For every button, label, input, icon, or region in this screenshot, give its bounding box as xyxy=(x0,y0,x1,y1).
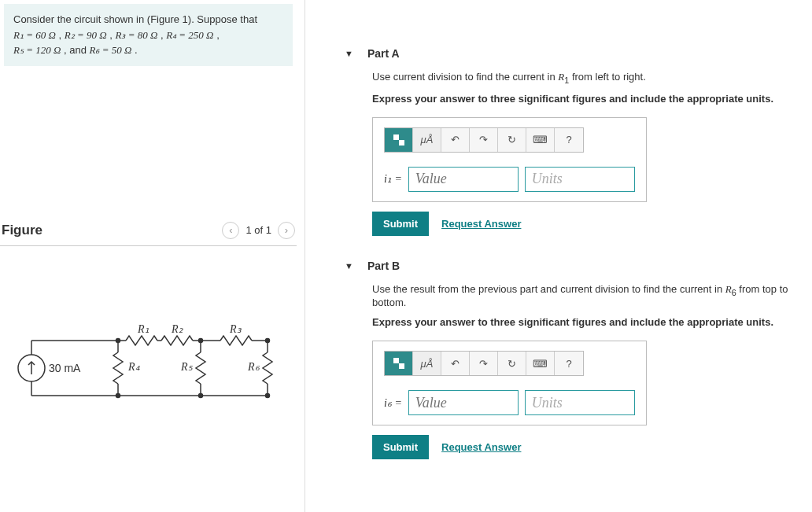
svg-point-16 xyxy=(199,338,203,342)
figure-header: Figure ‹ 1 of 1 › xyxy=(0,215,297,246)
part-b-units-input[interactable]: Units xyxy=(525,390,635,415)
right-panel: ▼ Part A Use current division to find th… xyxy=(305,0,812,512)
figure-heading: Figure xyxy=(2,223,42,238)
r5-value: R₅ = 120 Ω xyxy=(13,44,61,56)
part-a-submit-button[interactable]: Submit xyxy=(372,212,429,236)
label-r4: R₄ xyxy=(127,361,140,373)
pager-text: 1 of 1 xyxy=(245,224,271,236)
template-button[interactable] xyxy=(385,128,413,152)
part-a-answer-box: μÅ ↶ ↷ ↻ ⌨ ? i₁ = Units xyxy=(372,117,647,202)
part-b-answer-box: μÅ ↶ ↷ ↻ ⌨ ? i₆ = Units xyxy=(372,341,647,425)
help-button[interactable]: ? xyxy=(555,128,583,152)
label-r1: R₁ xyxy=(137,323,149,335)
part-a-collapse-icon[interactable]: ▼ xyxy=(345,49,353,58)
r6-value: R₆ = 50 Ω xyxy=(90,44,132,56)
part-b: ▼ Part B Use the result from the previou… xyxy=(345,260,812,460)
part-b-toolbar: μÅ ↶ ↷ ↻ ⌨ ? xyxy=(384,351,584,376)
help-button[interactable]: ? xyxy=(555,352,583,375)
label-r5: R₅ xyxy=(180,361,193,373)
part-a-variable: i₁ = xyxy=(384,172,402,186)
part-b-collapse-icon[interactable]: ▼ xyxy=(345,261,353,271)
part-a-prompt: Use current division to find the current… xyxy=(372,71,812,85)
prompt-intro: Consider the circuit shown in (Figure 1)… xyxy=(13,13,257,25)
label-r3: R₃ xyxy=(229,323,242,335)
part-a-instruction: Express your answer to three significant… xyxy=(372,93,812,105)
svg-point-19 xyxy=(199,393,203,397)
part-b-request-answer-link[interactable]: Request Answer xyxy=(441,441,521,453)
label-r2: R₂ xyxy=(171,323,183,335)
svg-point-18 xyxy=(116,393,120,397)
part-a-toolbar: μÅ ↶ ↷ ↻ ⌨ ? xyxy=(384,127,584,153)
part-b-submit-button[interactable]: Submit xyxy=(372,435,429,459)
part-a-value-input[interactable] xyxy=(408,167,519,192)
units-mode-button[interactable]: μÅ xyxy=(413,128,441,152)
left-panel: Consider the circuit shown in (Figure 1)… xyxy=(0,0,305,512)
undo-button[interactable]: ↶ xyxy=(441,128,470,152)
circuit-figure: R₁ R₂ R₃ R₄ R₅ R₆ 30 mA xyxy=(0,317,297,414)
r4-value: R₄ = 250 Ω xyxy=(166,29,213,41)
part-b-title: Part B xyxy=(367,260,400,272)
svg-point-15 xyxy=(116,338,120,342)
part-a: ▼ Part A Use current division to find th… xyxy=(345,47,812,236)
pager-prev-button[interactable]: ‹ xyxy=(222,222,239,239)
undo-button[interactable]: ↶ xyxy=(441,352,470,375)
part-b-prompt: Use the result from the previous part an… xyxy=(372,283,812,309)
figure-pager: ‹ 1 of 1 › xyxy=(222,222,295,239)
part-b-value-input[interactable] xyxy=(408,390,519,415)
reset-button[interactable]: ↻ xyxy=(498,352,526,375)
current-source-label: 30 mA xyxy=(49,362,81,374)
svg-point-17 xyxy=(266,338,270,342)
pager-next-button[interactable]: › xyxy=(278,222,295,239)
svg-point-20 xyxy=(266,393,270,397)
redo-button[interactable]: ↷ xyxy=(470,128,498,152)
redo-button[interactable]: ↷ xyxy=(470,352,498,375)
r3-value: R₃ = 80 Ω xyxy=(115,29,157,41)
r2-value: R₂ = 90 Ω xyxy=(65,29,107,41)
part-b-instruction: Express your answer to three significant… xyxy=(372,316,812,328)
label-r6: R₆ xyxy=(247,361,260,373)
part-b-variable: i₆ = xyxy=(384,396,402,410)
template-button[interactable] xyxy=(385,352,413,375)
r1-value: R₁ = 60 Ω xyxy=(13,29,56,41)
problem-statement: Consider the circuit shown in (Figure 1)… xyxy=(4,4,293,66)
part-a-title: Part A xyxy=(367,47,400,60)
part-a-request-answer-link[interactable]: Request Answer xyxy=(441,218,521,230)
keyboard-button[interactable]: ⌨ xyxy=(526,128,555,152)
reset-button[interactable]: ↻ xyxy=(498,128,526,152)
part-a-units-input[interactable]: Units xyxy=(525,167,635,192)
keyboard-button[interactable]: ⌨ xyxy=(526,352,555,375)
units-mode-button[interactable]: μÅ xyxy=(413,352,441,375)
and-text: and xyxy=(69,44,87,56)
